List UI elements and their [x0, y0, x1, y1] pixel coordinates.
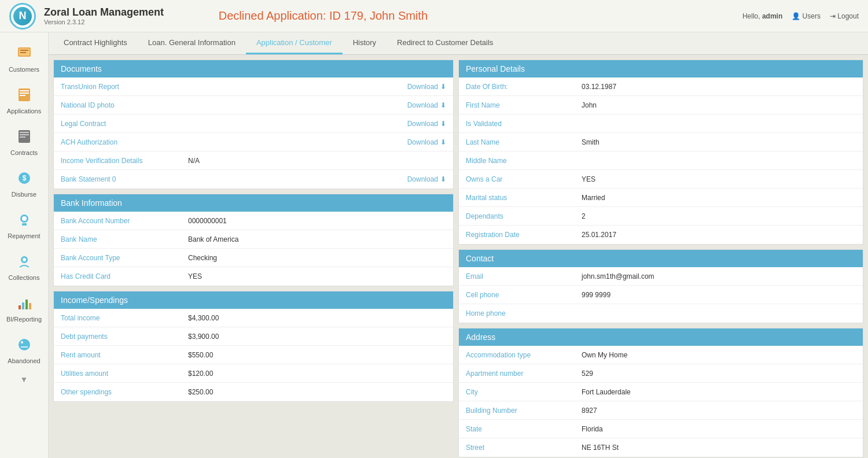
- contact-value-cell-phone: 999 9999: [575, 287, 863, 302]
- sidebar-item-applications[interactable]: Applications: [0, 79, 48, 120]
- income-value-rent: $550.00: [181, 348, 453, 363]
- doc-row-legal-contract: Legal Contract Download ⬇: [54, 114, 453, 133]
- personal-row-dob: Date Of Birth: 03.12.1987: [459, 77, 863, 96]
- sidebar-label-abandoned: Abandoned: [8, 357, 40, 364]
- personal-row-is-validated: Is Validated: [459, 114, 863, 133]
- applications-icon: [14, 84, 35, 105]
- personal-row-marital-status: Marital status Married: [459, 189, 863, 207]
- bank-row-bank-name: Bank Name Bank of America: [54, 230, 453, 249]
- address-value-accommodation: Own My Home: [575, 348, 863, 363]
- username: admin: [762, 12, 782, 20]
- personal-label-dob: Date Of Birth:: [459, 79, 575, 94]
- sidebar-item-contracts[interactable]: Contracts: [0, 120, 48, 162]
- contracts-icon: [14, 126, 35, 147]
- topbar-right: Hello, admin 👤 Users ⇥ Logout: [742, 12, 859, 20]
- svg-rect-7: [20, 95, 25, 96]
- contact-row-cell-phone: Cell phone 999 9999: [459, 286, 863, 304]
- doc-row-bank-statement: Bank Statement 0 Download ⬇: [54, 170, 453, 189]
- sidebar-expand-chevron[interactable]: ▼: [20, 375, 28, 384]
- address-value-state: Florida: [575, 422, 863, 437]
- personal-details-section: Personal Details Date Of Birth: 03.12.19…: [458, 60, 863, 245]
- doc-label-legal-contract: Legal Contract: [54, 116, 181, 131]
- download-link-legal-contract[interactable]: Download ⬇: [407, 120, 446, 128]
- doc-row-transunion: TransUnion Report Download ⬇: [54, 77, 453, 96]
- svg-rect-3: [20, 52, 26, 53]
- personal-row-registration-date: Registration Date 25.01.2017: [459, 226, 863, 244]
- tab-contract-highlights[interactable]: Contract Highlights: [53, 32, 138, 54]
- tab-redirect-customer[interactable]: Redirect to Customer Details: [387, 32, 503, 54]
- download-link-bank-statement[interactable]: Download ⬇: [407, 175, 446, 183]
- contact-header: Contact: [459, 250, 863, 267]
- income-header: Income/Spendings: [54, 291, 453, 309]
- doc-value-ach: [181, 139, 400, 146]
- doc-row-income-verification: Income Verification Details N/A: [54, 152, 453, 170]
- income-label-total: Total income: [54, 311, 181, 326]
- tab-history[interactable]: History: [343, 32, 387, 54]
- doc-row-ach: ACH Authorization Download ⬇: [54, 133, 453, 152]
- download-icon-ach: ⬇: [440, 138, 446, 146]
- address-label-apartment: Apartment number: [459, 366, 575, 381]
- sidebar-item-bi-reporting[interactable]: BI/Reporting: [0, 287, 48, 328]
- main-content: Contract Highlights Loan. General Inform…: [49, 32, 868, 458]
- svg-text:$: $: [22, 174, 26, 182]
- address-label-state: State: [459, 422, 575, 437]
- bank-value-credit-card: YES: [181, 269, 453, 284]
- bank-label-account-number: Bank Account Number: [54, 213, 181, 228]
- doc-label-ach: ACH Authorization: [54, 135, 181, 150]
- bank-row-account-number: Bank Account Number 0000000001: [54, 212, 453, 230]
- personal-label-registration-date: Registration Date: [459, 227, 575, 242]
- doc-label-income-verification: Income Verification Details: [54, 153, 181, 168]
- sidebar-item-customers[interactable]: Customers: [0, 37, 48, 79]
- download-link-national-id[interactable]: Download ⬇: [407, 101, 446, 109]
- personal-row-last-name: Last Name Smith: [459, 133, 863, 152]
- svg-rect-20: [22, 302, 24, 309]
- sidebar-item-repayment[interactable]: Repayment: [0, 204, 48, 245]
- doc-action-ach[interactable]: Download ⬇: [400, 135, 453, 150]
- bank-label-bank-name: Bank Name: [54, 232, 181, 247]
- documents-section: Documents TransUnion Report Download ⬇: [53, 60, 454, 189]
- doc-action-legal-contract[interactable]: Download ⬇: [400, 116, 453, 131]
- doc-action-transunion[interactable]: Download ⬇: [400, 79, 453, 94]
- tab-application-customer[interactable]: Application / Customer: [246, 32, 343, 54]
- download-link-ach[interactable]: Download ⬇: [407, 138, 446, 146]
- bank-value-bank-name: Bank of America: [181, 232, 453, 247]
- topbar: N Zoral Loan Management Version 2.3.12 D…: [0, 0, 868, 32]
- income-label-debt: Debt payments: [54, 329, 181, 344]
- app-version: Version 2.3.12: [44, 19, 219, 25]
- svg-rect-22: [29, 303, 31, 309]
- bank-value-account-type: Checking: [181, 250, 453, 265]
- svg-rect-9: [20, 132, 29, 133]
- download-link-transunion[interactable]: Download ⬇: [407, 83, 446, 91]
- users-link[interactable]: 👤 Users: [792, 12, 821, 20]
- address-value-building: 8927: [575, 403, 863, 418]
- sidebar-item-collections[interactable]: Collections: [0, 245, 48, 287]
- doc-action-bank-statement[interactable]: Download ⬇: [400, 172, 453, 187]
- personal-label-is-validated: Is Validated: [459, 116, 575, 131]
- logout-link[interactable]: ⇥ Logout: [830, 12, 859, 20]
- documents-header: Documents: [54, 60, 453, 77]
- doc-value-income-verification: N/A: [181, 153, 453, 168]
- income-body: Total income $4,300.00 Debt payments $3,…: [54, 309, 453, 401]
- svg-rect-11: [20, 136, 25, 138]
- personal-row-owns-car: Owns a Car YES: [459, 170, 863, 189]
- bank-label-account-type: Bank Account Type: [54, 250, 181, 265]
- bank-info-header: Bank Information: [54, 194, 453, 212]
- svg-rect-10: [20, 134, 29, 135]
- sidebar-item-disburse[interactable]: $ Disburse: [0, 162, 48, 204]
- income-value-debt: $3,900.00: [181, 329, 453, 344]
- contact-row-home-phone: Home phone: [459, 304, 863, 323]
- address-section: Address Accommodation type Own My Home A…: [458, 328, 863, 457]
- svg-point-24: [21, 341, 23, 344]
- doc-action-national-id[interactable]: Download ⬇: [400, 98, 453, 113]
- personal-value-last-name: Smith: [575, 135, 863, 150]
- svg-rect-19: [19, 305, 21, 309]
- svg-point-18: [23, 258, 26, 261]
- bank-info-body: Bank Account Number 0000000001 Bank Name…: [54, 212, 453, 286]
- sidebar-label-bi-reporting: BI/Reporting: [6, 316, 42, 323]
- address-row-building: Building Number 8927: [459, 401, 863, 420]
- sidebar-item-abandoned[interactable]: Abandoned: [0, 328, 48, 370]
- tab-loan-general-info[interactable]: Loan. General Information: [138, 32, 246, 54]
- svg-rect-6: [20, 93, 29, 94]
- income-label-other: Other spendings: [54, 385, 181, 400]
- personal-row-dependants: Dependants 2: [459, 207, 863, 226]
